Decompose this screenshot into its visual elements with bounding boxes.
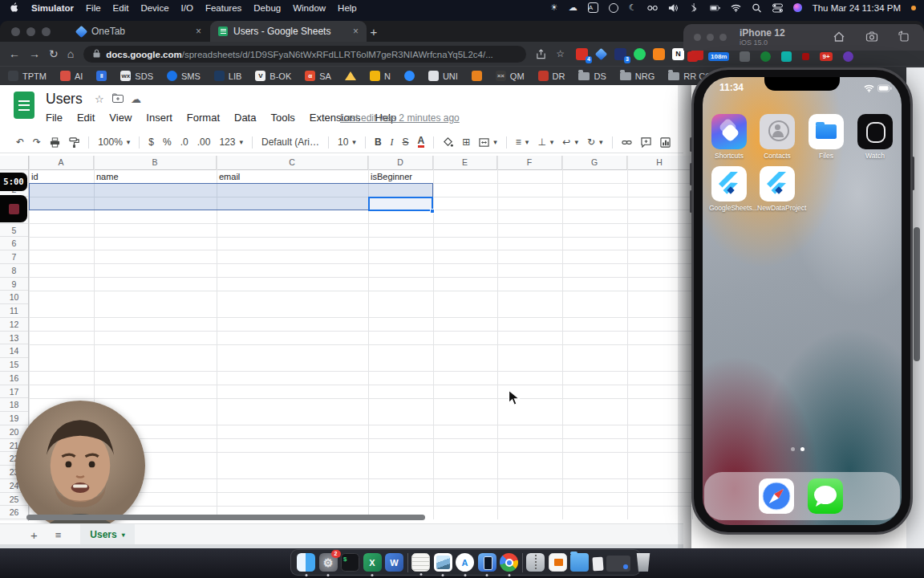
simulator-title-bar[interactable]: iPhone 12 iOS 15.0 <box>683 24 924 51</box>
iphone-app-watch[interactable]: Watch <box>855 114 895 160</box>
dock-word-icon[interactable]: W <box>385 553 403 572</box>
iphone-app-shortcuts[interactable]: Shortcuts <box>709 114 749 160</box>
display-icon[interactable]: ☀ <box>550 2 558 13</box>
dock-folder-icon[interactable] <box>570 553 589 572</box>
bookmark-icon-8[interactable] <box>345 71 356 80</box>
extension-icon[interactable] <box>802 53 809 60</box>
zoom-select[interactable]: 100% <box>98 136 130 148</box>
sheets-logo[interactable] <box>14 92 34 119</box>
row-header-9[interactable]: 9 <box>0 278 28 291</box>
apple-menu-icon[interactable] <box>10 2 19 13</box>
bookmark-lib[interactable]: LIB <box>214 71 242 81</box>
focus-moon-icon[interactable]: ☾ <box>629 2 637 13</box>
text-color-button[interactable]: A <box>418 136 425 148</box>
dock-simulator-icon[interactable] <box>478 553 496 572</box>
volume-icon[interactable] <box>668 3 679 13</box>
app-a-icon[interactable]: A <box>588 2 598 13</box>
row-header-10[interactable]: 10 <box>0 291 28 304</box>
font-size-select[interactable]: 10 <box>338 136 356 148</box>
home-icon[interactable]: ⌂ <box>67 47 74 60</box>
row-header-5[interactable]: 5 <box>0 224 28 238</box>
merge-cells-button[interactable] <box>479 137 497 148</box>
tab-google-sheets[interactable]: Users - Google Sheets × <box>210 21 367 42</box>
bookmark-tptm[interactable]: TPTM <box>8 71 47 81</box>
sheets-menu-tools[interactable]: Tools <box>270 112 294 124</box>
row-header-12[interactable]: 12 <box>0 318 28 332</box>
address-bar[interactable]: docs.google.com/spreadsheets/d/1D9SFyaN6… <box>83 46 526 63</box>
bookmark-icon-10[interactable] <box>404 71 415 81</box>
bookmark-dr[interactable]: DR <box>538 71 565 81</box>
bookmark-sms[interactable]: SMS <box>167 71 201 81</box>
fill-color-button[interactable] <box>443 137 453 148</box>
italic-button[interactable]: I <box>391 136 394 149</box>
select-all-corner[interactable] <box>0 156 29 170</box>
star-document-icon[interactable]: ☆ <box>95 93 104 105</box>
extension-onetab-icon[interactable] <box>595 48 607 60</box>
dock-winlg-icon[interactable] <box>606 556 630 572</box>
spotlight-search-icon[interactable] <box>752 3 762 13</box>
horizontal-scrollbar[interactable] <box>26 515 425 520</box>
menubar-item-debug[interactable]: Debug <box>253 3 281 13</box>
extension-notion-icon[interactable]: N <box>672 48 684 60</box>
close-tab-icon[interactable]: × <box>353 26 359 37</box>
print-button[interactable] <box>50 137 60 148</box>
increase-decimal-button[interactable]: .00 <box>197 136 211 148</box>
iphone-app-contacts[interactable]: Contacts <box>757 114 797 160</box>
format-currency-button[interactable]: $ <box>148 136 154 148</box>
redo-button[interactable]: ↷ <box>33 136 41 148</box>
sheets-menu-data[interactable]: Data <box>234 112 256 124</box>
column-header-e[interactable]: E <box>433 156 497 170</box>
text-rotation-button[interactable]: ↻ <box>587 136 603 148</box>
dock-textedit-icon[interactable] <box>411 553 430 572</box>
menubar-item-simulator[interactable]: Simulator <box>31 3 74 13</box>
dock-slides-icon[interactable] <box>549 553 567 572</box>
dock-archive-icon[interactable] <box>526 553 545 572</box>
messages-app-icon[interactable] <box>808 478 843 514</box>
reload-icon[interactable]: ↻ <box>49 47 59 60</box>
bookmark-qm[interactable]: ××QM <box>496 71 525 81</box>
control-center-icon[interactable] <box>772 3 783 13</box>
extension-fox-icon[interactable] <box>653 48 665 60</box>
add-sheet-button[interactable]: + <box>30 528 38 542</box>
bookmark-uni[interactable]: UNI <box>428 71 458 81</box>
decrease-decimal-button[interactable]: .0 <box>180 136 188 148</box>
simulator-screenshot-button[interactable] <box>865 31 878 47</box>
simulator-rotate-button[interactable] <box>898 31 910 47</box>
wifi-icon[interactable] <box>731 3 741 13</box>
column-header-a[interactable]: A <box>29 156 94 170</box>
move-folder-icon[interactable] <box>112 93 124 105</box>
text-wrap-button[interactable]: ↩ <box>562 136 578 148</box>
row-header-6[interactable]: 6 <box>0 237 28 250</box>
row-header-18[interactable]: 18 <box>0 398 28 412</box>
new-tab-button[interactable]: + <box>365 23 383 41</box>
iphone-app-files[interactable]: Files <box>806 114 846 160</box>
extension-icon[interactable] <box>687 51 698 62</box>
row-header-14[interactable]: 14 <box>0 344 28 358</box>
safari-app-icon[interactable] <box>759 478 794 514</box>
insert-link-button[interactable] <box>622 137 632 148</box>
column-header-d[interactable]: D <box>368 156 433 170</box>
bookmark-icon-12[interactable] <box>472 71 482 81</box>
stop-recording-button[interactable] <box>0 195 27 222</box>
column-header-g[interactable]: G <box>562 156 627 170</box>
sheets-menu-insert[interactable]: Insert <box>146 112 172 124</box>
insert-comment-button[interactable] <box>641 137 651 148</box>
bold-button[interactable]: B <box>375 136 382 148</box>
extension-icon[interactable] <box>740 51 750 62</box>
sheet-tab-users[interactable]: Users▾ <box>80 524 134 545</box>
borders-button[interactable]: ⊞ <box>462 136 470 148</box>
insert-chart-button[interactable] <box>660 137 671 148</box>
share-icon[interactable] <box>536 49 546 59</box>
vertical-scrollbar[interactable] <box>914 227 920 361</box>
bookmark-star-icon[interactable]: ☆ <box>556 48 565 59</box>
back-icon[interactable]: ← <box>9 47 20 60</box>
row-header-17[interactable]: 17 <box>0 385 28 399</box>
extension-icon[interactable] <box>781 51 792 62</box>
dock-photos-icon[interactable] <box>434 553 452 572</box>
menubar-item-file[interactable]: File <box>86 3 101 13</box>
horizontal-align-button[interactable]: ≡ <box>516 136 529 148</box>
dock-chrome-icon[interactable] <box>500 553 518 572</box>
row-header-26[interactable]: 26 <box>0 506 28 519</box>
vertical-align-button[interactable]: ⊥ <box>537 136 553 148</box>
format-percent-button[interactable]: % <box>163 136 172 148</box>
